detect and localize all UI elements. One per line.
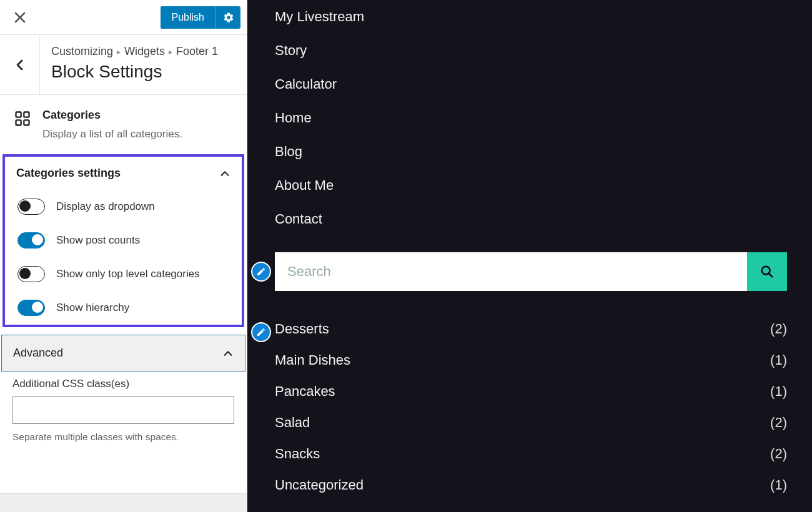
edit-shortcut-categories[interactable] (251, 322, 271, 342)
section-title: Categories settings (16, 167, 121, 180)
category-name: Pancakes (275, 383, 335, 400)
additional-css-field: Additional CSS class(es) Separate multip… (0, 372, 247, 455)
breadcrumb-sep: ▸ (117, 47, 121, 56)
additional-css-input[interactable] (12, 396, 234, 424)
publish-settings-button[interactable] (215, 6, 240, 29)
category-name: Uncategorized (275, 477, 364, 493)
toggle-1[interactable] (17, 232, 45, 249)
nav-item[interactable]: Story (275, 34, 787, 67)
chevron-left-icon (15, 59, 25, 71)
toggle-row: Show post counts (5, 224, 242, 257)
toggle-label: Display as dropdown (56, 200, 155, 213)
block-intro: Categories Display a list of all categor… (0, 95, 247, 154)
header-row: Customizing ▸ Widgets ▸ Footer 1 Block S… (0, 35, 247, 95)
category-count: (1) (770, 352, 787, 368)
pencil-icon (256, 327, 266, 337)
breadcrumb-l2[interactable]: Footer 1 (176, 45, 218, 58)
toggle-label: Show only top level categories (56, 268, 200, 280)
nav-item[interactable]: Calculator (275, 67, 787, 101)
customizer-panel: Publish Customizing ▸ Widgets ▸ Footer 1… (0, 0, 247, 512)
toggle-0[interactable] (17, 199, 45, 215)
svg-rect-3 (24, 120, 29, 125)
category-count: (2) (770, 321, 787, 337)
search-input[interactable] (275, 252, 747, 291)
section-title: Advanced (13, 347, 63, 360)
publish-group: Publish (161, 6, 240, 29)
search-button[interactable] (747, 252, 787, 291)
chevron-up-icon (222, 348, 234, 359)
toggle-label: Show hierarchy (56, 302, 129, 314)
category-count: (2) (770, 415, 787, 431)
chevron-up-icon (219, 168, 230, 179)
category-name: Desserts (275, 321, 329, 337)
svg-rect-2 (16, 120, 21, 125)
breadcrumb-root: Customizing (51, 45, 113, 58)
category-count: (1) (770, 383, 787, 400)
field-help: Separate multiple classes with spaces. (12, 431, 234, 443)
breadcrumb-l1[interactable]: Widgets (124, 45, 165, 58)
category-name: Snacks (275, 446, 320, 462)
category-name: Main Dishes (275, 352, 350, 368)
categories-settings-section: Categories settings Display as dropdownS… (2, 154, 244, 327)
block-description: Display a list of all categories. (42, 128, 182, 140)
category-row[interactable]: Salad(2) (275, 407, 787, 438)
site-preview: My LivestreamStoryCalculatorHomeBlogAbou… (247, 0, 812, 512)
svg-line-5 (769, 273, 773, 277)
category-count: (2) (770, 446, 787, 462)
breadcrumb-sep: ▸ (169, 47, 172, 56)
categories-block-icon (14, 110, 31, 127)
close-button[interactable] (6, 4, 34, 31)
categories-widget: Desserts(2)Main Dishes(1)Pancakes(1)Sala… (275, 313, 787, 501)
nav-item[interactable]: Contact (275, 202, 787, 236)
advanced-section: Advanced (1, 335, 245, 372)
toggle-row: Display as dropdown (5, 190, 242, 224)
search-widget (275, 252, 787, 291)
publish-button[interactable]: Publish (161, 6, 215, 29)
panel-footer (0, 493, 247, 512)
gear-icon (223, 12, 234, 23)
nav-item[interactable]: Blog (275, 135, 787, 169)
toggle-3[interactable] (17, 300, 45, 316)
nav-item[interactable]: My Livestream (275, 0, 787, 34)
back-button[interactable] (0, 35, 40, 94)
category-name: Salad (275, 415, 310, 431)
category-row[interactable]: Pancakes(1) (275, 376, 787, 407)
category-row[interactable]: Main Dishes(1) (275, 345, 787, 376)
category-count: (1) (770, 477, 787, 493)
toggle-2[interactable] (17, 266, 45, 282)
nav-item[interactable]: Home (275, 101, 787, 135)
toggle-label: Show post counts (56, 234, 140, 247)
pencil-icon (256, 267, 266, 277)
edit-shortcut-search[interactable] (251, 262, 271, 282)
category-row[interactable]: Snacks(2) (275, 438, 787, 470)
page-title: Block Settings (51, 62, 235, 82)
svg-rect-0 (16, 112, 21, 117)
footer-nav: My LivestreamStoryCalculatorHomeBlogAbou… (275, 0, 787, 236)
section-header-categories[interactable]: Categories settings (5, 157, 242, 190)
nav-item[interactable]: About Me (275, 169, 787, 202)
toggle-row: Show only top level categories (5, 257, 242, 291)
section-header-advanced[interactable]: Advanced (2, 335, 245, 371)
toggle-row: Show hierarchy (5, 291, 242, 325)
breadcrumb: Customizing ▸ Widgets ▸ Footer 1 (51, 45, 235, 58)
svg-rect-1 (24, 112, 29, 117)
field-label: Additional CSS class(es) (12, 378, 234, 390)
category-row[interactable]: Uncategorized(1) (275, 470, 787, 501)
category-row[interactable]: Desserts(2) (275, 313, 787, 345)
block-name: Categories (42, 109, 182, 122)
close-icon (14, 11, 26, 24)
search-icon (760, 265, 774, 278)
topbar: Publish (0, 0, 247, 35)
